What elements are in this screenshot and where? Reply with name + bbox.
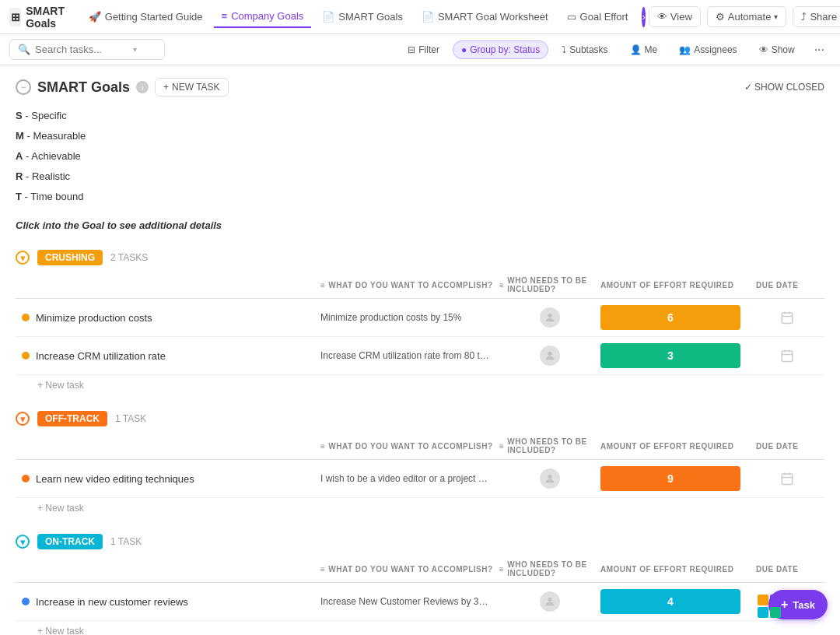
cg-yellow xyxy=(758,595,768,605)
automate-button[interactable]: ⚙ Automate ▾ xyxy=(707,6,787,27)
col-due: DUE DATE xyxy=(756,565,818,574)
due-date-cell[interactable] xyxy=(756,472,818,486)
tab-smart-goals-label: SMART Goals xyxy=(338,11,403,23)
share-button[interactable]: ⤴ Share xyxy=(793,6,840,27)
new-task-row-crushing[interactable]: + New task xyxy=(16,375,824,392)
search-box[interactable]: 🔍 ▾ xyxy=(9,39,165,60)
group-toggle-off-track[interactable]: ▾ xyxy=(16,412,30,426)
subtasks-label: Subtasks xyxy=(569,44,607,55)
legend-t: T xyxy=(16,191,22,202)
col-effort: AMOUNT OF EFFORT REQUIRED xyxy=(600,281,756,289)
effort-bar: 9 xyxy=(600,466,740,491)
search-input[interactable] xyxy=(35,44,128,55)
svg-rect-1 xyxy=(782,313,793,324)
task-name[interactable]: Minimize production costs xyxy=(36,312,152,324)
me-icon: 👤 xyxy=(630,44,642,55)
tab-getting-started-icon: 🚀 xyxy=(89,11,101,23)
col-effort: AMOUNT OF EFFORT REQUIRED xyxy=(600,442,756,451)
task-name[interactable]: Increase in new customer reviews xyxy=(36,596,188,608)
tab-goal-effort[interactable]: ▭ Goal Effort xyxy=(559,6,636,27)
group-toggle-on-track[interactable]: ▾ xyxy=(16,535,30,549)
tab-company-goals[interactable]: ≡ Company Goals xyxy=(214,5,312,28)
task-person xyxy=(499,468,600,489)
effort-bar: 6 xyxy=(600,305,740,330)
due-date-cell[interactable] xyxy=(756,310,818,325)
group-badge-crushing[interactable]: CRUSHING xyxy=(37,250,103,265)
assignees-button[interactable]: 👥 Assignees xyxy=(670,40,745,59)
toolbar: 🔍 ▾ ⊟ Filter ● Group by: Status ⤵ Subtas… xyxy=(0,34,840,65)
share-label: Share xyxy=(810,11,837,23)
due-date-cell[interactable] xyxy=(756,349,818,363)
legend-achievable: A - Achievable xyxy=(16,146,824,167)
svg-rect-6 xyxy=(782,351,793,362)
collapse-icon[interactable]: − xyxy=(16,79,31,95)
search-icon: 🔍 xyxy=(18,44,30,55)
legend-realistic: R - Realistic xyxy=(16,167,824,187)
app-logo[interactable]: ⊞ SMART Goals xyxy=(9,5,72,30)
filter-button[interactable]: ⊟ Filter xyxy=(399,40,448,59)
task-accomplish: Minimize production costs by 15% xyxy=(320,312,492,323)
group-toggle-crushing[interactable]: ▾ xyxy=(16,251,30,265)
group-badge-on-track[interactable]: ON-TRACK xyxy=(37,534,103,549)
person-icon[interactable] xyxy=(540,591,560,612)
legend-r: R xyxy=(16,170,23,182)
task-status-dot xyxy=(22,475,30,482)
show-closed-button[interactable]: ✓ SHOW CLOSED xyxy=(744,82,824,93)
legend-timebound-text: - Time bound xyxy=(25,191,84,202)
task-name[interactable]: Learn new video editing techniques xyxy=(36,473,194,485)
tab-smart-goal-worksheet[interactable]: 📄 SMART Goal Worksheet xyxy=(414,6,556,27)
task-person xyxy=(499,346,600,366)
topbar: ⊞ SMART Goals 🚀 Getting Started Guide ≡ … xyxy=(0,0,840,34)
legend-s: S xyxy=(16,110,23,121)
subtasks-icon: ⤵ xyxy=(562,44,566,55)
cg-green xyxy=(770,607,781,618)
page-header: − SMART Goals i + NEW TASK ✓ SHOW CLOSED xyxy=(16,78,824,96)
filter-label: Filter xyxy=(418,44,439,55)
cg-purple xyxy=(770,595,781,605)
person-icon[interactable] xyxy=(540,468,560,489)
group-count-on-track: 1 TASK xyxy=(110,536,142,547)
new-task-row-off-track[interactable]: + New task xyxy=(16,498,824,515)
table-row: Learn new video editing techniques I wis… xyxy=(16,460,824,498)
svg-point-15 xyxy=(548,598,551,602)
new-task-row-on-track[interactable]: + New task xyxy=(16,621,824,635)
new-task-button[interactable]: + NEW TASK xyxy=(155,78,229,96)
group-off-track: ▾ OFF-TRACK 1 TASK ≡ WHAT DO YOU WANT TO… xyxy=(16,411,824,515)
tab-getting-started-label: Getting Started Guide xyxy=(105,11,203,23)
tab-goal-effort-icon: ▭ xyxy=(567,11,576,23)
show-button[interactable]: 👁 Show xyxy=(751,40,803,59)
tab-smart-goal-worksheet-label: SMART Goal Worksheet xyxy=(438,11,548,23)
toolbar-right: ⊟ Filter ● Group by: Status ⤵ Subtasks 👤… xyxy=(399,40,831,60)
show-icon: 👁 xyxy=(759,44,768,55)
me-button[interactable]: 👤 Me xyxy=(621,40,667,59)
tab-smart-goal-worksheet-icon: 📄 xyxy=(422,11,434,23)
assignees-label: Assignees xyxy=(694,44,737,55)
svg-point-5 xyxy=(548,352,551,356)
person-icon[interactable] xyxy=(540,307,560,328)
automate-label: Automate xyxy=(728,11,772,23)
tab-getting-started[interactable]: 🚀 Getting Started Guide xyxy=(81,6,211,27)
tab-smart-goals[interactable]: 📄 SMART Goals xyxy=(314,6,411,27)
more-tabs-button[interactable]: › xyxy=(642,7,645,27)
task-name[interactable]: Increase CRM utilization rate xyxy=(36,350,166,362)
more-options-button[interactable]: ··· xyxy=(808,40,831,60)
effort-cell: 3 xyxy=(600,343,756,368)
color-grid-button[interactable] xyxy=(758,595,781,618)
automate-icon: ⚙ xyxy=(716,11,725,23)
person-icon[interactable] xyxy=(540,346,560,366)
group-by-button[interactable]: ● Group by: Status xyxy=(453,40,548,59)
task-person xyxy=(499,307,600,328)
task-accomplish: I wish to be a video editor or a project… xyxy=(320,473,492,484)
info-icon[interactable]: i xyxy=(136,81,149,93)
show-label: Show xyxy=(772,44,795,55)
task-accomplish: Increase New Customer Reviews by 30% Yea… xyxy=(320,596,492,607)
table-row: Minimize production costs Minimize produ… xyxy=(16,299,824,337)
subtasks-button[interactable]: ⤵ Subtasks xyxy=(553,40,616,59)
view-button[interactable]: 👁 View xyxy=(649,6,701,27)
group-badge-off-track[interactable]: OFF-TRACK xyxy=(37,411,107,426)
col-due: DUE DATE xyxy=(756,442,818,451)
legend-specific-text: - Specific xyxy=(25,110,66,121)
tab-smart-goals-icon: 📄 xyxy=(322,11,334,23)
legend-a: A xyxy=(16,150,23,162)
view-label: View xyxy=(670,11,692,23)
